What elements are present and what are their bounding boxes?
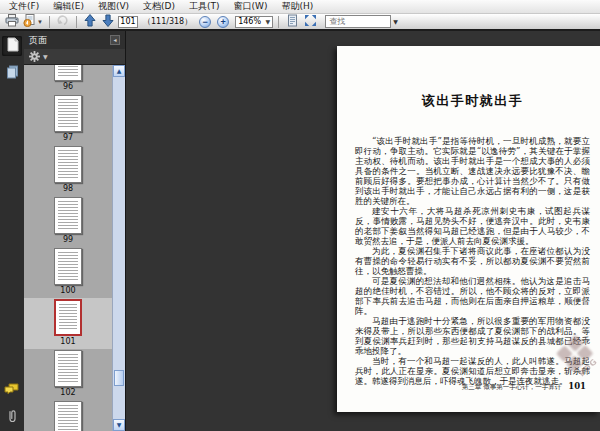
body-paragraph: “该出手时就出手”是指等待时机，一旦时机成熟，就要立即行动，争取主动。它实际就是…	[355, 136, 590, 206]
page-thumbnail[interactable]	[54, 197, 82, 234]
scroll-down-arrow[interactable]: ▼	[113, 419, 125, 431]
next-page-button[interactable]	[100, 14, 116, 29]
tab-attachments[interactable]	[2, 407, 22, 427]
thumbnail-scroll-area: 96 97	[24, 65, 125, 431]
document-page: 该出手时就出手 “该出手时就出手”是指等待时机，一旦时机成熟，就要立即行动，争取…	[337, 46, 600, 412]
scroll-up-arrow[interactable]: ▲	[113, 65, 125, 77]
main-area: 页面 ◂ ▼ 96	[0, 31, 600, 431]
page-thumbnail-item[interactable]: 97	[24, 94, 112, 145]
thumbnail-text-preview	[58, 252, 78, 281]
toolbar-divider	[76, 16, 77, 28]
page-thumbnail[interactable]	[54, 299, 82, 336]
menu-item[interactable]: 文件(F)	[2, 0, 46, 13]
undo-button[interactable]	[55, 14, 71, 29]
page-thumbnail-label: 102	[60, 388, 75, 397]
page-thumbnail[interactable]	[54, 350, 82, 387]
page-thumbnail-label: 100	[60, 286, 75, 295]
fit-screen-icon	[304, 14, 317, 30]
scroll-mode-button[interactable]	[284, 14, 300, 29]
zoom-in-button[interactable]: +	[215, 14, 231, 29]
page-scroll-icon	[286, 14, 299, 30]
page-fraction-label: （111/318）	[143, 16, 192, 27]
body-paragraph: 可是夏侯渊的想法却和他们迥然相殊。他认为这是追击马超的绝佳时机，不容错过。所以，…	[355, 276, 590, 316]
zoom-in-icon: +	[217, 16, 229, 28]
page-thumbnail-item[interactable]: 98	[24, 145, 112, 196]
page-number-input[interactable]	[118, 16, 138, 28]
arrow-up-icon	[84, 14, 96, 30]
zoom-out-icon: −	[199, 16, 211, 28]
body-paragraph: 为此，夏侯渊召集手下诸将商议此事，在座诸位都认为没有曹操的命令轻易行动实有不妥，…	[355, 246, 590, 276]
find-input[interactable]	[325, 15, 391, 28]
page-thumbnail-label: 96	[63, 82, 73, 91]
page-thumbnail[interactable]	[54, 65, 82, 81]
page-title: 该出手时就出手	[355, 92, 590, 110]
toolbar-divider	[278, 16, 279, 28]
page-thumbnail-label: 98	[63, 184, 73, 193]
toolbar-divider	[49, 16, 50, 28]
page-thumbnail[interactable]	[54, 401, 82, 431]
menu-item[interactable]: 视图(V)	[91, 0, 136, 13]
panel-title: 页面	[29, 34, 47, 47]
thumbnail-text-preview	[58, 65, 78, 77]
page-thumbnail-item[interactable]: 96	[24, 65, 112, 94]
zoom-level-select[interactable]: 146% ▼	[235, 16, 273, 28]
previous-page-button[interactable]	[82, 14, 98, 29]
page-footer: 第三章 做事第一手心计，一手算计 101	[462, 381, 586, 392]
page-thumbnail-item[interactable]: 100	[24, 247, 112, 298]
printer-icon	[5, 14, 19, 30]
chevron-down-icon: ▼	[37, 19, 43, 25]
page-thumbnail-label: 97	[63, 133, 73, 142]
paperclip-icon	[6, 408, 18, 427]
comments-icon	[4, 381, 20, 400]
export-document-icon	[23, 14, 37, 30]
page-thumbnail[interactable]	[54, 95, 82, 132]
zoom-out-button[interactable]: −	[197, 14, 213, 29]
thumbnail-text-preview	[58, 150, 78, 179]
page-thumbnail-item[interactable]: 101	[24, 298, 112, 349]
panel-collapse-button[interactable]: ◂	[110, 35, 120, 45]
page-thumbnail-label: 99	[63, 235, 73, 244]
pages-panel: 页面 ◂ ▼ 96	[24, 31, 126, 431]
page-thumbnail-label: 101	[60, 337, 75, 346]
fullscreen-button[interactable]	[302, 14, 318, 29]
chevron-down-icon: ▼	[266, 19, 271, 25]
panel-options-bar: ▼	[24, 49, 125, 65]
find-widget: ▼	[325, 15, 398, 28]
page-thumbnail[interactable]	[54, 146, 82, 183]
pages-icon	[6, 37, 19, 56]
tab-bookmarks[interactable]	[2, 63, 22, 83]
menu-item[interactable]: 工具(T)	[182, 0, 227, 13]
page-thumbnail-item[interactable]: 102	[24, 349, 112, 400]
tab-page-thumbnails[interactable]	[2, 36, 22, 56]
chevron-down-icon[interactable]: ▼	[391, 18, 398, 25]
thumbnail-text-preview	[58, 201, 78, 230]
thumbnail-text-preview	[58, 405, 78, 431]
thumbnail-list: 96 97	[24, 65, 112, 431]
page-thumbnail[interactable]	[54, 248, 82, 285]
export-button[interactable]: ▼	[22, 14, 44, 29]
print-button[interactable]	[4, 14, 20, 29]
page-thumbnail-item[interactable]: 103	[24, 400, 112, 431]
stacked-pages-icon	[6, 64, 19, 83]
undo-icon	[56, 14, 69, 29]
toolbar: ▼ （111/318） − + 146% ▼	[0, 14, 600, 31]
zoom-level-value: 146%	[238, 17, 261, 26]
menu-item[interactable]: 文档(D)	[136, 0, 182, 13]
menu-item[interactable]: 帮助(H)	[275, 0, 321, 13]
document-pane[interactable]: 该出手时就出手 “该出手时就出手”是指等待时机，一旦时机成熟，就要立即行动，争取…	[126, 31, 600, 431]
page-thumbnail-item[interactable]: 99	[24, 196, 112, 247]
page-body-text: “该出手时就出手”是指等待时机，一旦时机成熟，就要立即行动，争取主动。它实际就是…	[355, 136, 590, 386]
tab-comments[interactable]	[2, 380, 22, 400]
thumbnail-text-preview	[58, 99, 78, 128]
sidebar-scrollbar[interactable]: ▲ ▼	[112, 65, 125, 431]
menu-bar: 文件(F) 编辑(E) 视图(V) 文档(D) 工具(T) 窗口(W) 帮助(H…	[0, 0, 600, 14]
body-paragraph: 建安十六年，大将马超杀死凉州刺史韦康，试图起兵谋反，事情败露，马超见势头不好，便…	[355, 206, 590, 246]
chevron-down-icon[interactable]: ▼	[43, 54, 48, 60]
navigation-tab-strip	[0, 31, 24, 431]
body-paragraph: 马超由于逃跑时十分紧急，所以很多重要的军用物资都没来得及带上，所以那些东西便都成…	[355, 316, 590, 356]
scrollbar-thumb[interactable]	[114, 370, 124, 386]
arrow-down-icon	[102, 14, 114, 30]
menu-item[interactable]: 窗口(W)	[227, 0, 275, 13]
gear-icon[interactable]	[29, 47, 40, 66]
menu-item[interactable]: 编辑(E)	[46, 0, 91, 13]
